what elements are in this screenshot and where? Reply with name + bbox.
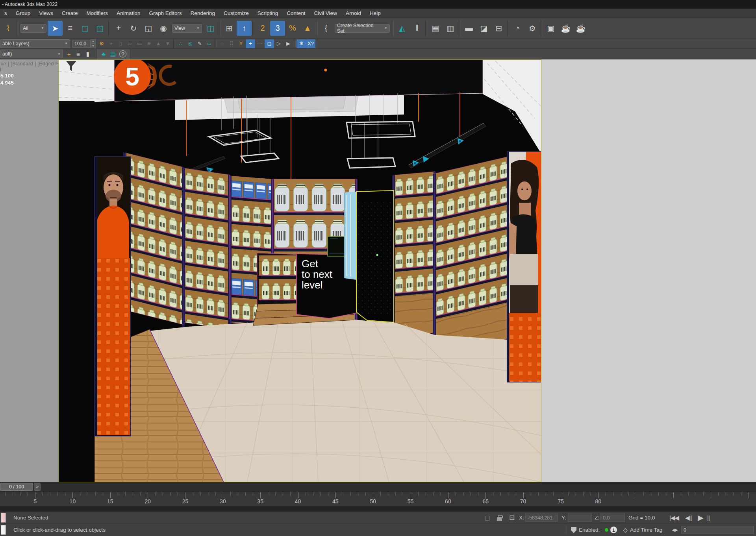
- layer-stack-icon[interactable]: ≡: [74, 50, 83, 58]
- select-and-scale-icon[interactable]: ◱: [141, 21, 156, 36]
- layer-settings-icon[interactable]: ⚙: [97, 39, 106, 48]
- menu-modifiers[interactable]: Modifiers: [82, 9, 113, 18]
- menu-create[interactable]: Create: [57, 9, 82, 18]
- scale-gizmo-toggle-icon[interactable]: ◻: [265, 39, 274, 48]
- perspective-viewport[interactable]: 5: [58, 59, 541, 482]
- select-and-rotate-icon[interactable]: ↻: [126, 21, 141, 36]
- menu-animation[interactable]: Animation: [112, 9, 145, 18]
- vegetation-icon[interactable]: ♣: [99, 50, 108, 58]
- enabled-count-badge[interactable]: 1: [610, 527, 617, 533]
- clear-transforms-icon[interactable]: X?: [306, 39, 315, 48]
- paint-objects-icon[interactable]: ✎: [195, 39, 204, 48]
- menu-arnold[interactable]: Arnold: [341, 9, 365, 18]
- time-slider-next-button[interactable]: >: [34, 483, 41, 491]
- render-iterative-icon[interactable]: ☕: [573, 21, 588, 36]
- offset-gizmo-icon[interactable]: —: [255, 39, 265, 48]
- create-new-layer-icon[interactable]: +: [106, 39, 116, 48]
- toggle-scene-explorer-icon[interactable]: ▤: [428, 21, 443, 36]
- select-and-move-icon[interactable]: +: [111, 21, 126, 36]
- spinner-snap-toggle-icon[interactable]: ▲: [300, 21, 315, 36]
- maxscript-mini-listener[interactable]: [1, 525, 6, 535]
- mirror-icon[interactable]: ◭: [395, 21, 410, 36]
- select-by-name-icon[interactable]: ≡: [63, 21, 78, 36]
- curve-editor-icon[interactable]: ◪: [476, 21, 491, 36]
- render-setup-icon[interactable]: ⚙: [525, 21, 540, 36]
- previous-frame-button[interactable]: ◀||: [685, 512, 691, 524]
- play-gizmo-icon[interactable]: ▶: [284, 39, 293, 48]
- selection-lock-icon[interactable]: [497, 517, 502, 521]
- menu-customize[interactable]: Customize: [219, 9, 253, 18]
- select-object-icon[interactable]: ➤: [48, 21, 63, 36]
- add-time-tag[interactable]: Add Time Tag: [630, 524, 662, 536]
- y-coordinate-field[interactable]: [568, 514, 592, 522]
- go-to-start-button[interactable]: |◀◀: [669, 512, 679, 524]
- spinner-up-icon[interactable]: ▲: [91, 39, 96, 44]
- rendered-frame-window-icon[interactable]: ▣: [543, 21, 558, 36]
- window-crossing-icon[interactable]: ◳: [93, 21, 107, 36]
- set-current-layer-icon[interactable]: ▭: [135, 39, 144, 48]
- current-frame-field[interactable]: 0: [681, 526, 754, 534]
- snaps-toggle-2d-icon[interactable]: 2: [255, 21, 270, 36]
- measure-distance-icon[interactable]: ▭: [204, 39, 214, 48]
- reference-coordinate-system-combo[interactable]: View ▼: [172, 24, 202, 33]
- selection-region-icon[interactable]: ▢: [483, 512, 492, 524]
- dotted-grid-icon[interactable]: ⣿: [227, 39, 236, 48]
- x-coordinate-field[interactable]: -58348,281: [525, 514, 558, 522]
- maxscript-macro-recorder[interactable]: [1, 513, 6, 523]
- notes-document-icon[interactable]: ▤: [108, 50, 118, 58]
- viewport-pane-right[interactable]: [541, 59, 756, 482]
- selection-filter-combo[interactable]: All ▼: [20, 24, 46, 33]
- select-and-place-icon[interactable]: ◉: [156, 21, 171, 36]
- timeline-ruler[interactable]: 5101520253035404550556065707580: [0, 492, 756, 506]
- toggle-ribbon-icon[interactable]: ▬: [461, 21, 476, 36]
- next-frame-button[interactable]: ||: [707, 512, 710, 524]
- align-icon[interactable]: ‖: [410, 21, 424, 36]
- move-layer-down-icon[interactable]: ▼: [163, 39, 172, 48]
- viewport-pane-left[interactable]: ve ] [Standard ] [Edged Faces ] l 5 100 …: [0, 59, 58, 482]
- menu-scripting[interactable]: Scripting: [253, 9, 283, 18]
- schematic-view-icon[interactable]: ⊟: [491, 21, 506, 36]
- keyboard-shortcut-override-icon[interactable]: ↑: [237, 21, 252, 36]
- soft-selection-icon[interactable]: ◌: [217, 39, 227, 48]
- z-coordinate-field[interactable]: 0,0: [600, 514, 625, 522]
- time-slider[interactable]: 0 / 100 >: [0, 482, 756, 492]
- target-placement-icon[interactable]: ◎: [185, 39, 195, 48]
- menu-group[interactable]: Group: [11, 9, 35, 18]
- time-slider-handle[interactable]: 0 / 100: [0, 483, 33, 491]
- angle-snap-toggle-icon[interactable]: %: [285, 21, 300, 36]
- toggle-layer-explorer-icon[interactable]: ▥: [443, 21, 458, 36]
- menu-content[interactable]: Content: [282, 9, 309, 18]
- delete-layer-icon[interactable]: ▯: [116, 39, 125, 48]
- menu-rendering[interactable]: Rendering: [186, 9, 219, 18]
- rectangular-selection-region-icon[interactable]: ▢: [78, 21, 93, 36]
- ik-chain-icon[interactable]: Y: [236, 39, 246, 48]
- snaps-toggle-3d-icon[interactable]: 3: [270, 21, 285, 36]
- percent-spinner[interactable]: 100,0 ▲ ▼: [72, 39, 96, 48]
- named-selection-set-combo[interactable]: Create Selection Set ▼: [335, 24, 390, 33]
- frame-spinner-arrows-icon[interactable]: ◀▶: [670, 524, 680, 536]
- material-editor-icon[interactable]: ◔: [510, 21, 525, 36]
- select-and-manipulate-icon[interactable]: ⊞: [222, 21, 237, 36]
- menu-cropped[interactable]: s: [0, 9, 11, 18]
- bind-to-space-warp-icon[interactable]: ⌇: [1, 21, 16, 36]
- menu-graph-editors[interactable]: Graph Editors: [145, 9, 186, 18]
- scatter-placement-icon[interactable]: ∴: [176, 39, 185, 48]
- move-layer-up-icon[interactable]: ▲: [154, 39, 163, 48]
- render-production-icon[interactable]: ☕: [558, 21, 573, 36]
- color-swatch-icon[interactable]: ▮: [83, 50, 93, 58]
- menu-civil-view[interactable]: Civil View: [310, 9, 341, 18]
- adaptive-degradation-icon[interactable]: [569, 524, 578, 536]
- move-gizmo-toggle-icon[interactable]: +: [246, 39, 255, 48]
- rotate-gizmo-icon[interactable]: ▷: [274, 39, 284, 48]
- edit-named-selection-sets-icon[interactable]: {: [319, 21, 334, 36]
- play-button[interactable]: ▶: [698, 512, 703, 524]
- absolute-mode-icon[interactable]: ⊡: [507, 512, 517, 524]
- menu-help[interactable]: Help: [365, 9, 385, 18]
- layers-combo[interactable]: able Layers) ▼: [0, 39, 70, 48]
- select-objects-in-layer-icon[interactable]: ▱: [125, 39, 135, 48]
- help-icon[interactable]: ?: [119, 50, 126, 57]
- spinner-down-icon[interactable]: ▼: [91, 44, 96, 48]
- create-layer-icon[interactable]: +: [64, 50, 74, 58]
- merge-layers-icon[interactable]: ≡: [144, 39, 154, 48]
- menu-views[interactable]: Views: [35, 9, 57, 18]
